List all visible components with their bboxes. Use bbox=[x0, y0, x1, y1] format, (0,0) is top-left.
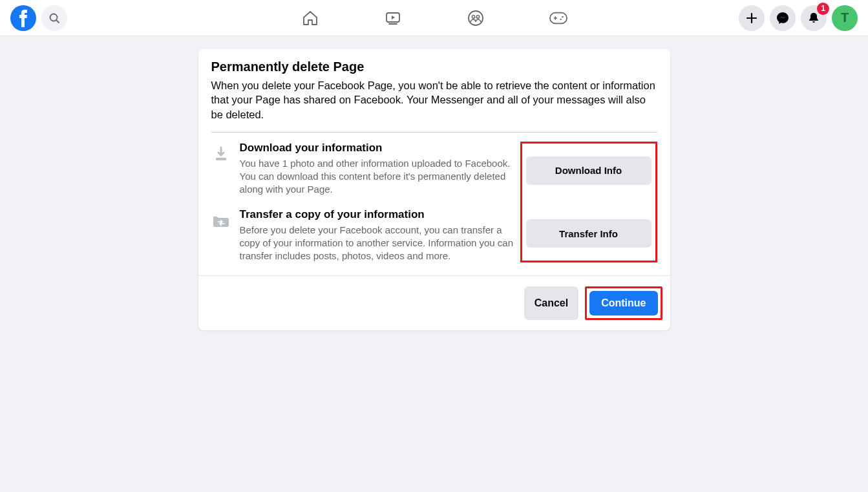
card-footer: Cancel Continue bbox=[198, 275, 670, 330]
download-icon bbox=[211, 144, 231, 164]
transfer-info-button[interactable]: Transfer Info bbox=[526, 219, 651, 248]
delete-page-card: Permanently delete Page When you delete … bbox=[198, 49, 670, 330]
divider bbox=[211, 132, 657, 133]
topbar-right: 1 T bbox=[739, 5, 858, 31]
transfer-info-text: Transfer a copy of your information Befo… bbox=[240, 208, 514, 263]
messenger-button[interactable] bbox=[770, 5, 796, 31]
topbar-left bbox=[10, 5, 67, 31]
download-info-title: Download your information bbox=[240, 142, 514, 155]
center-nav bbox=[301, 9, 567, 27]
transfer-info-title: Transfer a copy of your information bbox=[240, 208, 514, 221]
nav-gaming[interactable] bbox=[549, 9, 567, 27]
bell-icon bbox=[807, 12, 820, 25]
svg-point-6 bbox=[472, 15, 474, 17]
home-icon bbox=[302, 10, 319, 27]
svg-point-12 bbox=[562, 16, 563, 17]
cancel-button[interactable]: Cancel bbox=[524, 286, 578, 320]
svg-rect-15 bbox=[216, 158, 226, 160]
facebook-logo[interactable] bbox=[10, 5, 36, 31]
card-title: Permanently delete Page bbox=[211, 59, 657, 74]
topbar: 1 T bbox=[0, 0, 868, 36]
transfer-info-row: Transfer a copy of your information Befo… bbox=[211, 208, 514, 263]
download-info-text: Download your information You have 1 pho… bbox=[240, 142, 514, 197]
card-description: When you delete your Facebook Page, you … bbox=[211, 78, 657, 122]
transfer-info-desc: Before you delete your Facebook account,… bbox=[240, 224, 514, 263]
notifications-button[interactable]: 1 bbox=[801, 5, 827, 31]
gaming-icon bbox=[549, 12, 567, 25]
create-button[interactable] bbox=[739, 5, 765, 31]
nav-watch[interactable] bbox=[384, 9, 402, 27]
svg-line-2 bbox=[56, 20, 59, 23]
download-info-desc: You have 1 photo and other information u… bbox=[240, 157, 514, 197]
transfer-icon bbox=[211, 211, 231, 230]
highlight-continue: Continue bbox=[585, 286, 662, 320]
download-info-button[interactable]: Download Info bbox=[526, 156, 651, 185]
nav-home[interactable] bbox=[301, 9, 319, 27]
plus-icon bbox=[746, 12, 757, 24]
search-icon bbox=[49, 13, 59, 23]
card-body: Permanently delete Page When you delete … bbox=[198, 49, 670, 275]
highlight-actions-box: Download Info Transfer Info bbox=[520, 142, 657, 263]
svg-point-7 bbox=[476, 15, 479, 17]
svg-point-11 bbox=[560, 18, 561, 19]
svg-rect-8 bbox=[549, 12, 566, 23]
groups-icon bbox=[467, 10, 484, 27]
download-info-row: Download your information You have 1 pho… bbox=[211, 142, 514, 197]
watch-icon bbox=[385, 10, 401, 27]
svg-point-5 bbox=[469, 11, 483, 25]
continue-button[interactable]: Continue bbox=[589, 291, 657, 316]
messenger-icon bbox=[776, 12, 789, 25]
notification-badge: 1 bbox=[817, 3, 829, 15]
avatar[interactable]: T bbox=[832, 5, 858, 31]
search-button[interactable] bbox=[41, 5, 67, 31]
nav-groups[interactable] bbox=[467, 9, 485, 27]
